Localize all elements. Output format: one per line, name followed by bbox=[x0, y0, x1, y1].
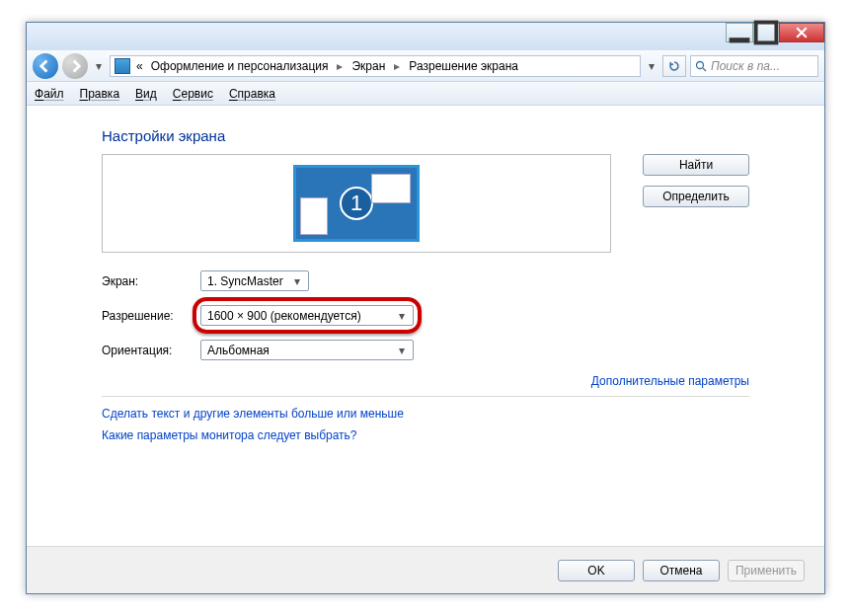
preview-window-icon bbox=[371, 174, 411, 203]
svg-rect-1 bbox=[756, 23, 777, 43]
menu-bar: Файл Правка Вид Сервис Справка bbox=[27, 82, 824, 106]
menu-view[interactable]: Вид bbox=[135, 87, 157, 101]
chevron-down-icon: ▾ bbox=[395, 344, 409, 357]
label-orientation: Ориентация: bbox=[102, 344, 200, 357]
menu-tools[interactable]: Сервис bbox=[173, 87, 213, 101]
control-panel-icon bbox=[115, 58, 130, 74]
advanced-settings-link[interactable]: Дополнительные параметры bbox=[591, 374, 749, 388]
label-resolution: Разрешение: bbox=[102, 309, 200, 323]
divider bbox=[102, 396, 749, 397]
svg-point-2 bbox=[697, 61, 704, 68]
help-link[interactable]: Какие параметры монитора следует выбрать… bbox=[102, 428, 749, 442]
maximize-button[interactable] bbox=[752, 23, 780, 42]
page-title: Настройки экрана bbox=[102, 127, 749, 144]
breadcrumb-separator: ▸ bbox=[334, 59, 346, 73]
nav-history-dropdown[interactable]: ▾ bbox=[92, 59, 106, 73]
titlebar bbox=[27, 23, 824, 50]
text-size-link[interactable]: Сделать текст и другие элементы больше и… bbox=[102, 407, 749, 421]
monitor-thumbnail[interactable]: 1 bbox=[293, 165, 420, 242]
menu-help[interactable]: Справка bbox=[229, 87, 275, 101]
breadcrumb-separator: ▸ bbox=[391, 59, 403, 73]
resolution-select-value: 1600 × 900 (рекомендуется) bbox=[207, 309, 361, 323]
orientation-select[interactable]: Альбомная ▾ bbox=[200, 340, 414, 360]
orientation-select-value: Альбомная bbox=[207, 344, 270, 357]
search-input[interactable]: Поиск в па... bbox=[690, 55, 818, 77]
close-button[interactable] bbox=[779, 23, 824, 42]
menu-edit[interactable]: Правка bbox=[80, 87, 120, 101]
display-select-value: 1. SyncMaster bbox=[207, 274, 283, 288]
control-panel-window: ▾ « Оформление и персонализация ▸ Экран … bbox=[26, 22, 825, 594]
apply-button[interactable]: Применить bbox=[728, 560, 805, 581]
search-placeholder: Поиск в па... bbox=[711, 59, 780, 73]
resolution-select[interactable]: 1600 × 900 (рекомендуется) ▾ bbox=[200, 305, 414, 326]
monitor-number: 1 bbox=[340, 187, 373, 220]
detect-button[interactable]: Найти bbox=[643, 154, 749, 176]
navigation-bar: ▾ « Оформление и персонализация ▸ Экран … bbox=[27, 50, 824, 82]
svg-rect-0 bbox=[730, 38, 750, 42]
dialog-footer: OK Отмена Применить bbox=[27, 546, 824, 593]
back-button[interactable] bbox=[33, 53, 58, 79]
cancel-button[interactable]: Отмена bbox=[643, 560, 720, 581]
display-preview[interactable]: 1 bbox=[102, 154, 611, 253]
minimize-button[interactable] bbox=[726, 23, 753, 42]
forward-button[interactable] bbox=[62, 53, 88, 79]
content-area: Настройки экрана 1 Найти Определить Экра… bbox=[27, 106, 824, 466]
refresh-button[interactable] bbox=[662, 55, 686, 77]
chevron-down-icon: ▾ bbox=[290, 274, 304, 288]
chevron-down-icon: ▾ bbox=[395, 309, 409, 323]
address-bar[interactable]: « Оформление и персонализация ▸ Экран ▸ … bbox=[110, 55, 641, 77]
breadcrumb-item[interactable]: Оформление и персонализация bbox=[149, 59, 331, 73]
ok-button[interactable]: OK bbox=[558, 560, 635, 581]
display-select[interactable]: 1. SyncMaster ▾ bbox=[200, 270, 309, 291]
identify-button[interactable]: Определить bbox=[643, 186, 749, 207]
breadcrumb-item[interactable]: Разрешение экрана bbox=[407, 59, 520, 73]
address-dropdown[interactable]: ▾ bbox=[645, 59, 658, 73]
breadcrumb-item[interactable]: Экран bbox=[349, 59, 387, 73]
svg-line-3 bbox=[703, 68, 706, 71]
label-display: Экран: bbox=[102, 274, 200, 288]
menu-file[interactable]: Файл bbox=[35, 87, 64, 101]
breadcrumb-prefix: « bbox=[134, 59, 145, 73]
preview-window-icon bbox=[300, 197, 328, 235]
